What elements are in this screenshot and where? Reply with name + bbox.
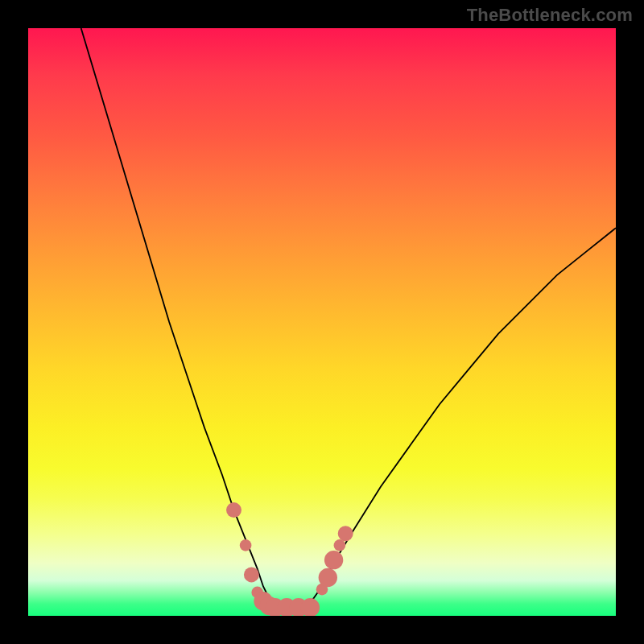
chart-frame: TheBottleneck.com bbox=[0, 0, 644, 644]
marker-dot bbox=[244, 567, 259, 582]
marker-dot bbox=[324, 551, 343, 569]
bottleneck-curve bbox=[81, 28, 616, 609]
marker-dot bbox=[334, 539, 346, 551]
marker-dot bbox=[319, 568, 337, 587]
marker-dot bbox=[338, 526, 353, 541]
marker-dot bbox=[226, 502, 242, 518]
watermark-text: TheBottleneck.com bbox=[467, 5, 633, 26]
marker-dot bbox=[240, 539, 252, 551]
marker-group bbox=[226, 502, 353, 616]
plot-area bbox=[28, 28, 616, 616]
curve-layer bbox=[28, 28, 616, 616]
